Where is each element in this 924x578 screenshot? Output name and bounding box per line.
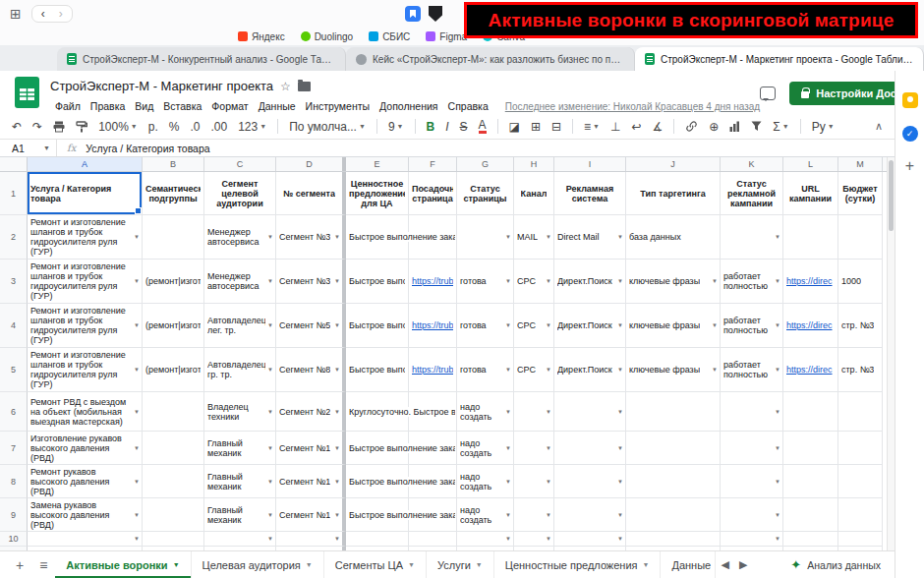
cell-G7[interactable]: надо создать▼	[457, 432, 514, 465]
cell-dropdown-icon[interactable]: ▼	[617, 536, 623, 542]
cell-I8[interactable]: ▼	[554, 465, 626, 498]
cell-J3[interactable]: ключевые фразы▼	[626, 260, 721, 304]
cell-K1[interactable]: Статус рекламной кампании	[721, 172, 783, 215]
cell-C5[interactable]: Автовладелец гр. тр.▼	[204, 348, 276, 392]
cell-L8[interactable]	[783, 465, 838, 498]
last-edit-link[interactable]: Последнее изменение: Николай Красавцев 4…	[505, 101, 760, 112]
cell-D9[interactable]: Сегмент №1▼	[276, 498, 346, 532]
cell-G2[interactable]: ▼	[457, 215, 514, 260]
cell-D10[interactable]: ▼	[276, 532, 346, 547]
cell-J8[interactable]	[626, 465, 721, 498]
insert-chart-icon[interactable]	[729, 121, 740, 132]
menu-data[interactable]: Данные	[254, 98, 301, 114]
cell-B11[interactable]	[143, 547, 204, 550]
cell-I11[interactable]: ▼	[554, 547, 626, 550]
cell-dropdown-icon[interactable]: ▼	[775, 322, 780, 328]
cell-F4[interactable]: https://trubki-sh	[409, 304, 457, 348]
bookmark-sbis[interactable]: СБИС	[369, 31, 410, 42]
cell-A1[interactable]: Услуга / Категория товара	[28, 172, 143, 215]
cell-M4[interactable]: стр. №3	[838, 304, 883, 348]
cell-dropdown-icon[interactable]: ▼	[775, 409, 780, 415]
cell-L7[interactable]	[783, 432, 838, 465]
strikethrough-button[interactable]: S	[460, 120, 468, 134]
cell-L3[interactable]: https://direc	[783, 260, 838, 304]
cell-I7[interactable]: ▼	[554, 432, 626, 465]
cell-G8[interactable]: надо создать▼	[457, 465, 514, 498]
cell-dropdown-icon[interactable]: ▼	[334, 278, 340, 284]
text-wrap-icon[interactable]: ↩	[631, 120, 641, 134]
merge-cells-icon[interactable]: ⊟	[551, 120, 561, 134]
cell-A5[interactable]: Ремонт и изготовление шлангов и трубок г…	[28, 348, 143, 392]
move-folder-icon[interactable]	[298, 82, 311, 91]
format-percent-button[interactable]: %	[169, 120, 180, 134]
cell-D3[interactable]: Сегмент №3▼	[276, 260, 346, 304]
sheet-tab-active-funnels[interactable]: Активные воронки▼	[55, 551, 191, 578]
cell-K3[interactable]: работает полностью▼	[721, 260, 783, 304]
cell-dropdown-icon[interactable]: ▼	[546, 536, 551, 542]
cell-J2[interactable]: база данных	[626, 215, 721, 260]
bookmark-duolingo[interactable]: Duolingo	[301, 31, 353, 42]
cell-A4[interactable]: Ремонт и изготовление шлангов и трубок г…	[28, 304, 143, 348]
cell-J10[interactable]	[626, 532, 721, 547]
cell-dropdown-icon[interactable]: ▼	[267, 536, 273, 542]
cell-dropdown-icon[interactable]: ▼	[267, 512, 273, 518]
tasks-icon[interactable]: ✓	[902, 126, 918, 142]
cell-E2[interactable]: Быстрое выполнение заказа (	[346, 215, 409, 260]
cell-dropdown-icon[interactable]: ▼	[775, 512, 780, 518]
menu-tools[interactable]: Инструменты	[301, 98, 375, 114]
sheet-tab-value-props[interactable]: Ценностные предложения▼	[494, 551, 662, 578]
vertical-scrollbar[interactable]	[887, 157, 895, 550]
cell-E11[interactable]	[346, 547, 409, 550]
cell-dropdown-icon[interactable]: ▼	[134, 234, 140, 240]
column-header-E[interactable]: E	[346, 157, 409, 171]
cell-H4[interactable]: CPC▼	[514, 304, 554, 348]
cell-C3[interactable]: Менеджер автосервиса▼	[204, 260, 276, 304]
cell-dropdown-icon[interactable]: ▼	[334, 409, 340, 415]
column-header-L[interactable]: L	[783, 157, 838, 171]
menu-edit[interactable]: Правка	[86, 98, 130, 114]
cell-B9[interactable]	[143, 498, 204, 532]
comments-icon[interactable]	[760, 87, 776, 100]
cell-dropdown-icon[interactable]: ▼	[546, 278, 551, 284]
more-formats-button[interactable]: 123▼	[238, 120, 266, 134]
cell-M1[interactable]: Бюджет (сутки)	[838, 172, 883, 215]
column-header-I[interactable]: I	[554, 157, 626, 171]
cell-dropdown-icon[interactable]: ▼	[334, 479, 340, 485]
borders-icon[interactable]: ⊞	[531, 120, 541, 134]
column-header-G[interactable]: G	[457, 157, 514, 171]
sheets-logo[interactable]	[14, 76, 40, 109]
filter-icon[interactable]	[751, 121, 762, 132]
cell-C4[interactable]: Автовладелец лег. тр.▼	[204, 304, 276, 348]
extension-shield-icon[interactable]	[429, 6, 442, 22]
cell-dropdown-icon[interactable]: ▼	[546, 367, 551, 373]
cell-L10[interactable]	[783, 532, 838, 547]
cell-B10[interactable]	[143, 532, 204, 547]
cell-B6[interactable]	[143, 392, 204, 432]
cell-A8[interactable]: Ремонт рукавов высокого давления (РВД)▼	[28, 465, 143, 498]
cell-J1[interactable]: Тип таргетинга	[626, 172, 721, 215]
cell-D4[interactable]: Сегмент №5▼	[276, 304, 346, 348]
cell-D8[interactable]: Сегмент №1▼	[276, 465, 346, 498]
paint-format-icon[interactable]	[76, 121, 87, 133]
cell-A10[interactable]: ▼	[28, 532, 143, 547]
browser-tab-1[interactable]: СтройЭксперт-М - Конкурентный анализ - G…	[57, 47, 346, 71]
cell-J4[interactable]: ключевые фразы▼	[626, 304, 721, 348]
cell-F3[interactable]: https://trubki-sh	[409, 260, 457, 304]
cell-dropdown-icon[interactable]: ▼	[617, 479, 623, 485]
cell-C9[interactable]: Главный механик▼	[204, 498, 276, 532]
cell-E1[interactable]: Ценностное предложение для ЦА	[346, 172, 409, 215]
doc-title[interactable]: СтройЭксперт-М - Маркетинг проекта	[50, 79, 273, 93]
bold-button[interactable]: B	[427, 120, 435, 134]
cell-C10[interactable]: ▼	[204, 532, 276, 547]
cell-J7[interactable]	[626, 432, 721, 465]
cell-K9[interactable]: ▼	[721, 498, 783, 532]
cell-E7[interactable]: Быстрое выполнение заказа.	[346, 432, 409, 465]
fill-color-icon[interactable]: ◪	[509, 120, 520, 134]
cell-dropdown-icon[interactable]: ▼	[546, 445, 551, 451]
cell-G10[interactable]: ▼	[457, 532, 514, 547]
cell-dropdown-icon[interactable]: ▼	[775, 445, 780, 451]
cell-C6[interactable]: Владелец техники▼	[204, 392, 276, 432]
cell-L11[interactable]	[783, 547, 838, 550]
cell-H7[interactable]: ▼	[514, 432, 554, 465]
cell-G4[interactable]: готова▼	[457, 304, 514, 348]
